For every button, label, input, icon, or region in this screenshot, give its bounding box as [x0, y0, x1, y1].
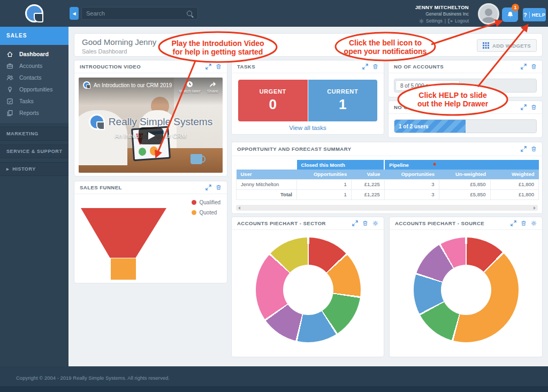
- legend-label: Quoted: [200, 210, 217, 216]
- trash-icon[interactable]: [372, 64, 378, 70]
- user-avatar[interactable]: [478, 3, 499, 25]
- expand-icon[interactable]: [521, 64, 527, 70]
- video-scene-mug: [191, 154, 202, 164]
- search-box: [81, 7, 198, 20]
- widget-title: OPPORTUNITY AND FORECAST SUMMARY: [237, 146, 352, 152]
- source-donut-chart: [414, 237, 519, 342]
- expand-icon[interactable]: [352, 220, 358, 226]
- trash-icon[interactable]: [362, 220, 368, 226]
- sidebar-section-service-support[interactable]: SERVICE & SUPPORT: [0, 144, 68, 158]
- urgent-label: URGENT: [260, 88, 286, 95]
- add-widgets-button[interactable]: ADD WIDGETS: [477, 39, 537, 52]
- sidebar-item-label: Opportunities: [19, 86, 52, 93]
- funnel-stage-qualified: [81, 208, 166, 258]
- widget-title: ACCOUNTS PIECHART - SECTOR: [237, 220, 326, 226]
- watch-later-button[interactable]: Watch later: [179, 81, 200, 94]
- view-all-tasks-link[interactable]: View all tasks: [232, 125, 384, 131]
- funnel-stage-quoted: [111, 258, 136, 280]
- gear-icon[interactable]: [372, 220, 378, 226]
- widget-header: INTRODUCTION VIDEO: [74, 60, 227, 73]
- footer: Copyright © 2004 - 2019 Really Simple Sy…: [0, 366, 548, 392]
- sidebar-item-reports[interactable]: Reports: [0, 107, 68, 119]
- logout-icon: [448, 19, 453, 24]
- sidebar-section-marketing[interactable]: MARKETING: [0, 127, 68, 141]
- briefcase-icon: [6, 63, 13, 70]
- settings-gear-icon: [419, 19, 424, 24]
- sidebar-item-accounts[interactable]: Accounts: [0, 60, 68, 72]
- current-label: CURRENT: [327, 88, 358, 95]
- user-links: Settings | Logout: [415, 18, 469, 24]
- expand-icon[interactable]: [362, 64, 368, 70]
- expand-icon[interactable]: [511, 220, 516, 226]
- table-total-row: Total 1 £1,225 3 £5,850 £1,800: [237, 189, 539, 199]
- video-title-row: An Introduction to our CRM 2019: [83, 81, 172, 89]
- intro-video-widget: INTRODUCTION VIDEO: [74, 60, 227, 176]
- sidebar-item-tasks[interactable]: Tasks: [0, 95, 68, 107]
- notification-badge: 1: [512, 4, 519, 11]
- trash-icon[interactable]: [531, 146, 537, 152]
- avatar-torso: [482, 17, 495, 25]
- crm-dashboard-app: ◀ JENNY MITCHELTON General Business Inc …: [0, 0, 548, 392]
- accounts-progress-label: 8 of 5,000 accounts: [395, 80, 460, 91]
- share-button[interactable]: Share: [207, 81, 218, 94]
- sidebar-item-contacts[interactable]: Contacts: [0, 72, 68, 83]
- logout-link[interactable]: Logout: [455, 18, 469, 24]
- expand-icon[interactable]: [206, 185, 211, 190]
- trash-icon[interactable]: [216, 64, 222, 70]
- widget-header: TASKS: [232, 60, 384, 73]
- sidebar-item-dashboard[interactable]: Dashboard: [0, 48, 68, 60]
- widget-header: NO OF ACCOUNTS: [389, 60, 542, 73]
- user-company: General Business Inc: [415, 11, 469, 17]
- widget-title: SALES FUNNEL: [80, 185, 122, 190]
- caret-right-icon: ▸: [6, 162, 9, 176]
- reports-icon: [6, 110, 13, 117]
- expand-icon[interactable]: [521, 104, 527, 110]
- task-blocks: URGENT 0 CURRENT 1: [238, 80, 377, 121]
- page-title: Good Morning Jenny: [74, 34, 542, 47]
- table-row: Jenny Mitchelton 1 £1,225 3 £5,850 £1,80…: [237, 179, 539, 189]
- sidebar-item-label: Accounts: [19, 63, 42, 69]
- sidebar-item-label: Contacts: [19, 74, 41, 81]
- sidebar-section-history[interactable]: ▸ HISTORY: [0, 162, 68, 176]
- play-button[interactable]: [139, 127, 163, 144]
- video-thumbnail[interactable]: An Introduction to our CRM 2019 Watch la…: [79, 78, 223, 173]
- search-input[interactable]: [82, 10, 187, 17]
- question-mark-icon: ?: [523, 12, 530, 18]
- widget-title: NO OF ACCOUNTS: [394, 64, 444, 70]
- opportunity-forecast-widget: OPPORTUNITY AND FORECAST SUMMARY Closed …: [231, 142, 543, 214]
- trash-icon[interactable]: [521, 220, 527, 226]
- gear-icon[interactable]: [531, 220, 537, 226]
- no-of-accounts-widget: NO OF ACCOUNTS 8 of 5,000 accounts: [388, 60, 543, 97]
- user-name: JENNY MITCHELTON: [415, 4, 469, 10]
- trash-icon[interactable]: [531, 104, 537, 110]
- trash-icon[interactable]: [531, 64, 537, 70]
- brand-logo-icon: [25, 4, 43, 22]
- grid-icon: [483, 42, 489, 49]
- accounts-piechart-sector-widget: ACCOUNTS PIECHART - SECTOR: [231, 217, 384, 357]
- sidebar-item-label: Reports: [19, 110, 39, 116]
- expand-icon[interactable]: [521, 146, 527, 152]
- users-progress-fill: 1 of 2 users: [394, 120, 466, 133]
- sidebar-item-label: Tasks: [19, 98, 34, 104]
- share-arrow-icon: [209, 81, 216, 88]
- help-button[interactable]: ? HELP: [523, 8, 546, 21]
- settings-link[interactable]: Settings: [426, 18, 443, 24]
- sidebar-section-sales[interactable]: SALES: [0, 27, 68, 45]
- expand-icon[interactable]: [206, 64, 211, 70]
- current-tasks-tile[interactable]: CURRENT 1: [308, 80, 378, 121]
- help-button-label: HELP: [532, 12, 545, 18]
- search-icon[interactable]: [187, 11, 192, 16]
- legend-label: Qualified: [200, 199, 220, 205]
- video-title[interactable]: An Introduction to our CRM 2019: [94, 82, 172, 88]
- table-group-header-row: Closed this Month Pipeline: [237, 160, 539, 170]
- urgent-tasks-tile[interactable]: URGENT 0: [238, 80, 308, 121]
- sidebar-item-opportunities[interactable]: Opportunities: [0, 83, 68, 95]
- app-logo[interactable]: [0, 0, 68, 27]
- no-of-users-widget: NO OF USERS 1 of 2 users: [388, 101, 543, 138]
- bell-icon: [507, 11, 514, 18]
- sidebar-collapse-button[interactable]: ◀: [70, 7, 79, 20]
- trash-icon[interactable]: [216, 185, 222, 190]
- horizontal-scrollbar[interactable]: [236, 205, 538, 211]
- greeting-card: Good Morning Jenny Sales Dashboard ADD W…: [74, 33, 543, 57]
- legend-dot-quoted: [192, 210, 196, 215]
